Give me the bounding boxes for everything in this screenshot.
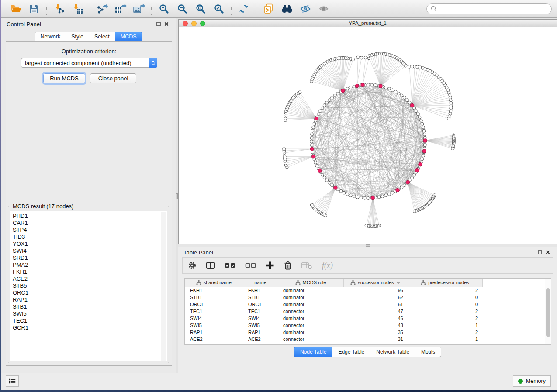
list-item[interactable]: TEC1: [13, 317, 167, 324]
table-scrollbar-track[interactable]: [545, 279, 551, 344]
table-cell: ACE2: [185, 336, 243, 343]
tab-network-table[interactable]: Network Table: [370, 347, 415, 357]
zoom-selected-button[interactable]: [210, 1, 228, 16]
delete-column-button[interactable]: [284, 261, 292, 270]
table-row[interactable]: SWI5SWI5connector431: [185, 322, 551, 329]
float-panel-button[interactable]: [155, 22, 163, 26]
list-item[interactable]: STB1: [13, 303, 167, 310]
zoom-fit-icon: [195, 3, 206, 14]
export-image-button[interactable]: [130, 1, 148, 16]
tab-mcds[interactable]: MCDS: [115, 32, 142, 41]
control-panel: Control Panel Network Style Select MCDS …: [1, 18, 176, 373]
sort-desc-icon: [396, 281, 401, 284]
list-scrollbar-track[interactable]: [161, 212, 166, 361]
close-panel-button[interactable]: [163, 22, 170, 26]
table-options-button[interactable]: [188, 261, 197, 270]
export-table-button[interactable]: [111, 1, 130, 16]
column-header-predecessor-nodes[interactable]: predecessor nodes: [408, 279, 482, 287]
import-table-icon: [72, 3, 83, 14]
network-graph[interactable]: [179, 28, 557, 244]
list-item[interactable]: GCR1: [13, 324, 167, 331]
tab-node-table[interactable]: Node Table: [294, 347, 333, 357]
import-table-button[interactable]: [68, 1, 86, 16]
open-session-button[interactable]: [7, 1, 25, 16]
show-all-button[interactable]: [315, 1, 333, 16]
tab-network[interactable]: Network: [35, 32, 66, 41]
select-all-button[interactable]: [225, 261, 236, 269]
column-header-shared-name[interactable]: shared name: [185, 279, 243, 287]
list-item[interactable]: ORC1: [13, 289, 167, 296]
table-row[interactable]: ACE2ACE2connector311: [185, 336, 551, 343]
table-cell: connector: [278, 322, 343, 329]
list-item[interactable]: SWI4: [13, 248, 167, 254]
hide-selected-button[interactable]: [296, 1, 315, 16]
list-item[interactable]: TID3: [13, 234, 167, 241]
table-row[interactable]: FKH1FKH1dominator962: [185, 287, 551, 294]
zoom-in-button[interactable]: [155, 1, 173, 16]
table-scrollbar-thumb[interactable]: [546, 288, 550, 337]
table-cell: ACE2: [243, 336, 278, 343]
run-mcds-button[interactable]: Run MCDS: [43, 73, 85, 83]
network-canvas: [179, 28, 557, 244]
float-table-panel-button[interactable]: [536, 250, 544, 254]
table-panel-titlebar: Table Panel: [178, 247, 557, 258]
zoom-out-button[interactable]: [173, 1, 191, 16]
delete-table-button[interactable]: [301, 261, 312, 269]
search-input[interactable]: [439, 5, 547, 12]
table-row[interactable]: ORC1ORC1dominator610: [185, 301, 551, 308]
refresh-layout-button[interactable]: [235, 1, 253, 16]
table-cell: 62: [343, 294, 408, 301]
table-row[interactable]: SWI4SWI4dominator462: [185, 315, 551, 322]
list-item[interactable]: SRD1: [13, 254, 167, 261]
select-all-icon: [225, 261, 236, 269]
memory-button[interactable]: Memory: [513, 375, 551, 387]
list-item[interactable]: CAR1: [13, 220, 167, 227]
export-network-button[interactable]: [93, 1, 111, 16]
list-item[interactable]: FKH1: [13, 268, 167, 275]
tab-style[interactable]: Style: [66, 32, 89, 41]
add-column-button[interactable]: [266, 261, 274, 270]
table-row[interactable]: STB1STB1dominator620: [185, 294, 551, 301]
save-session-button[interactable]: [25, 1, 43, 16]
search-neighbors-button[interactable]: [278, 1, 296, 16]
task-history-button[interactable]: [6, 375, 19, 387]
column-header-mcds-role[interactable]: MCDS role: [278, 279, 343, 287]
list-item[interactable]: PMA2: [13, 261, 167, 268]
table-cell: 2: [408, 287, 482, 294]
table-panel: Table Panel: [178, 247, 557, 373]
toolbar-separator: [256, 3, 256, 15]
list-item[interactable]: YOX1: [13, 241, 167, 248]
tab-motifs[interactable]: Motifs: [415, 347, 441, 357]
table-cell: dominator: [278, 329, 343, 336]
gear-icon: [188, 261, 197, 270]
list-item[interactable]: RAP1: [13, 296, 167, 303]
clone-network-button[interactable]: [259, 1, 278, 16]
toolbar-separator: [231, 3, 232, 15]
zoom-fit-button[interactable]: [191, 1, 210, 16]
list-item[interactable]: PHD1: [13, 213, 167, 220]
list-item[interactable]: ACE2: [13, 275, 167, 282]
column-header-successor-nodes[interactable]: successor nodes: [343, 279, 408, 287]
close-table-panel-button[interactable]: [544, 250, 552, 254]
list-item[interactable]: SWI5: [13, 310, 167, 317]
splitter-handle[interactable]: [176, 193, 178, 199]
table-cell: FKH1: [243, 287, 278, 294]
function-builder-button[interactable]: f(x): [321, 261, 337, 270]
close-panel-action-button[interactable]: Close panel: [90, 73, 136, 83]
import-network-button[interactable]: [50, 1, 68, 16]
tab-select[interactable]: Select: [89, 32, 115, 41]
split-panel-button[interactable]: [206, 261, 215, 270]
shared-column-icon: [295, 280, 301, 285]
table-row[interactable]: YOX1YOX1connector291: [185, 343, 551, 345]
list-item[interactable]: STP4: [13, 227, 167, 234]
table-row[interactable]: RAP1RAP1dominator352: [185, 329, 551, 336]
mcds-result-list[interactable]: PHD1CAR1STP4TID3YOX1SWI4SRD1PMA2FKH1ACE2…: [10, 211, 167, 361]
column-header-name[interactable]: name: [243, 279, 278, 287]
optimization-criterion-select[interactable]: largest connected component (undirected): [21, 58, 157, 68]
eye-slash-icon: [300, 3, 311, 14]
table-row[interactable]: TEC1TEC1connector472: [185, 308, 551, 315]
table-cell: SWI5: [185, 322, 243, 329]
list-item[interactable]: STB5: [13, 282, 167, 289]
tab-edge-table[interactable]: Edge Table: [332, 347, 370, 357]
deselect-all-button[interactable]: [245, 261, 256, 269]
